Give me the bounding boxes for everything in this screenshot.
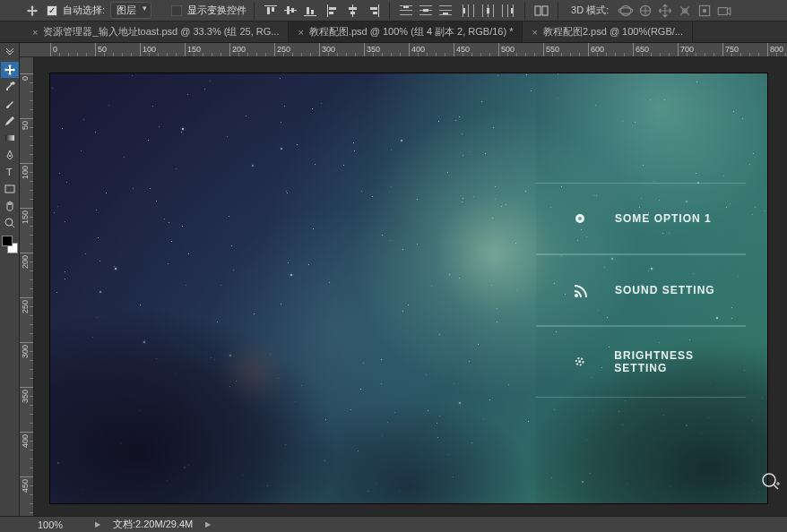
rectangle-tool-icon[interactable] bbox=[1, 181, 19, 197]
status-doc-label: 文档:2.20M/29.4M bbox=[113, 518, 193, 531]
pencil-tool-icon[interactable] bbox=[1, 113, 19, 129]
align-group-vertical bbox=[324, 3, 382, 19]
svg-rect-1 bbox=[267, 7, 270, 14]
separator bbox=[389, 3, 390, 19]
svg-rect-15 bbox=[378, 4, 379, 17]
align-group-horizontal bbox=[262, 3, 319, 19]
canvas-area: SOME OPTION 1 SOUND SETTING BRIGHTNESS S… bbox=[34, 57, 787, 516]
auto-align-icon[interactable] bbox=[532, 3, 550, 19]
type-tool-icon[interactable]: T bbox=[1, 164, 19, 180]
rss-icon bbox=[572, 282, 588, 298]
hand-tool-icon[interactable] bbox=[1, 198, 19, 214]
status-expand-icon[interactable]: ▶ bbox=[95, 520, 100, 528]
overlay-panel: SOME OPTION 1 SOUND SETTING BRIGHTNESS S… bbox=[536, 73, 767, 503]
threed-roll-icon[interactable] bbox=[637, 4, 653, 18]
ruler-horizontal[interactable]: 0501001502002503003504004505005506006507… bbox=[20, 43, 787, 57]
svg-rect-37 bbox=[487, 8, 489, 13]
move-tool-icon[interactable] bbox=[1, 62, 19, 78]
pen-tool-icon[interactable] bbox=[1, 147, 19, 163]
svg-rect-29 bbox=[443, 13, 448, 14]
svg-rect-13 bbox=[349, 7, 357, 10]
circle-dot-icon bbox=[572, 210, 588, 227]
distribute-right-icon[interactable] bbox=[499, 3, 517, 19]
align-hcenter-icon[interactable] bbox=[344, 3, 362, 19]
distribute-bottom-icon[interactable] bbox=[437, 3, 454, 19]
svg-rect-27 bbox=[439, 10, 452, 11]
svg-rect-17 bbox=[373, 12, 377, 14]
svg-rect-6 bbox=[304, 15, 316, 16]
svg-rect-12 bbox=[352, 4, 353, 17]
svg-rect-3 bbox=[284, 10, 297, 11]
svg-rect-21 bbox=[403, 6, 409, 8]
overlay-row-1[interactable]: SOUND SETTING bbox=[536, 254, 746, 326]
zoom-display[interactable]: 100% bbox=[38, 519, 82, 530]
svg-rect-19 bbox=[400, 10, 412, 11]
threed-scale-icon[interactable] bbox=[696, 4, 713, 18]
document-tab-label: 资源管理器_输入地址toast.psd @ 33.3% (组 25, RG... bbox=[43, 25, 279, 39]
move-tool-indicator-icon bbox=[23, 3, 41, 19]
separator bbox=[524, 3, 525, 19]
close-icon[interactable]: × bbox=[32, 27, 38, 38]
overlay-row-2[interactable]: BRIGHTNESS SETTING bbox=[536, 326, 746, 398]
document-tabs: ×资源管理器_输入地址toast.psd @ 33.3% (组 25, RG..… bbox=[0, 21, 787, 43]
color-swatches[interactable] bbox=[2, 236, 18, 253]
threed-slide-icon[interactable] bbox=[677, 4, 693, 18]
svg-rect-30 bbox=[463, 4, 463, 17]
svg-rect-11 bbox=[329, 12, 333, 14]
close-icon[interactable]: × bbox=[298, 27, 303, 38]
distribute-top-icon[interactable] bbox=[397, 3, 415, 19]
threed-mode-label: 3D 模式: bbox=[571, 4, 609, 17]
close-icon[interactable]: × bbox=[532, 27, 537, 38]
align-right-icon[interactable] bbox=[364, 3, 382, 19]
eyedropper-tool-icon[interactable] bbox=[1, 79, 19, 95]
distribute-hcenter-icon[interactable] bbox=[480, 3, 497, 19]
canvas[interactable]: SOME OPTION 1 SOUND SETTING BRIGHTNESS S… bbox=[50, 73, 767, 503]
svg-rect-22 bbox=[419, 5, 432, 6]
svg-rect-41 bbox=[511, 8, 513, 13]
distribute-left-icon[interactable] bbox=[460, 3, 478, 19]
distribute-vcenter-icon[interactable] bbox=[417, 3, 435, 19]
threed-icons-group bbox=[618, 4, 732, 18]
threed-camera-icon[interactable] bbox=[716, 4, 732, 18]
document-tab-1[interactable]: ×教程配图.psd @ 100% (组 4 副本 2, RGB/16) * bbox=[289, 21, 523, 42]
ruler-vertical[interactable]: 050100150200250300350400450 bbox=[20, 57, 34, 516]
svg-rect-50 bbox=[719, 7, 728, 14]
align-left-icon[interactable] bbox=[324, 3, 342, 19]
transform-controls-label: 显示变换控件 bbox=[187, 4, 246, 17]
status-menu-icon[interactable]: ▶ bbox=[205, 520, 211, 528]
options-bar: ✓ 自动选择: 图层 显示变换控件 3D 模式: bbox=[0, 0, 787, 21]
svg-rect-40 bbox=[513, 4, 514, 17]
auto-select-checkbox[interactable]: ✓ bbox=[47, 5, 57, 16]
svg-point-57 bbox=[578, 217, 582, 220]
svg-point-52 bbox=[9, 155, 11, 157]
svg-rect-24 bbox=[419, 14, 432, 15]
brightness-icon bbox=[572, 354, 587, 370]
threed-orbit-icon[interactable] bbox=[618, 4, 634, 18]
document-tab-2[interactable]: ×教程配图2.psd @ 100%(RGB/... bbox=[523, 21, 692, 42]
transform-controls-checkbox[interactable] bbox=[171, 5, 182, 16]
align-bottom-icon[interactable] bbox=[301, 3, 319, 19]
svg-rect-4 bbox=[287, 6, 290, 14]
document-tab-0[interactable]: ×资源管理器_输入地址toast.psd @ 33.3% (组 25, RG..… bbox=[23, 21, 289, 42]
svg-rect-34 bbox=[482, 4, 483, 17]
overlay-row-0[interactable]: SOME OPTION 1 bbox=[536, 183, 746, 254]
document-tab-label: 教程配图.psd @ 100% (组 4 副本 2, RGB/16) * bbox=[309, 25, 514, 39]
zoom-cursor-icon bbox=[760, 471, 782, 494]
align-top-icon[interactable] bbox=[262, 3, 280, 19]
overlay-label: SOME OPTION 1 bbox=[615, 212, 712, 225]
gradient-tool-icon[interactable] bbox=[1, 130, 19, 146]
align-vcenter-icon[interactable] bbox=[281, 3, 299, 19]
svg-rect-42 bbox=[535, 6, 541, 15]
distribute-group-h bbox=[460, 3, 517, 19]
brush-tool-icon[interactable] bbox=[1, 96, 19, 112]
svg-rect-20 bbox=[400, 14, 412, 15]
threed-pan-icon[interactable] bbox=[657, 4, 673, 18]
svg-rect-0 bbox=[264, 5, 277, 6]
document-tab-label: 教程配图2.psd @ 100%(RGB/... bbox=[543, 25, 683, 39]
overlay-label: BRIGHTNESS SETTING bbox=[614, 349, 746, 374]
tool-collapse-icon[interactable] bbox=[1, 45, 19, 61]
svg-rect-18 bbox=[400, 5, 412, 6]
auto-select-mode-dropdown[interactable]: 图层 bbox=[110, 2, 151, 19]
zoom-tool-icon[interactable] bbox=[1, 215, 19, 231]
svg-rect-26 bbox=[439, 5, 452, 6]
